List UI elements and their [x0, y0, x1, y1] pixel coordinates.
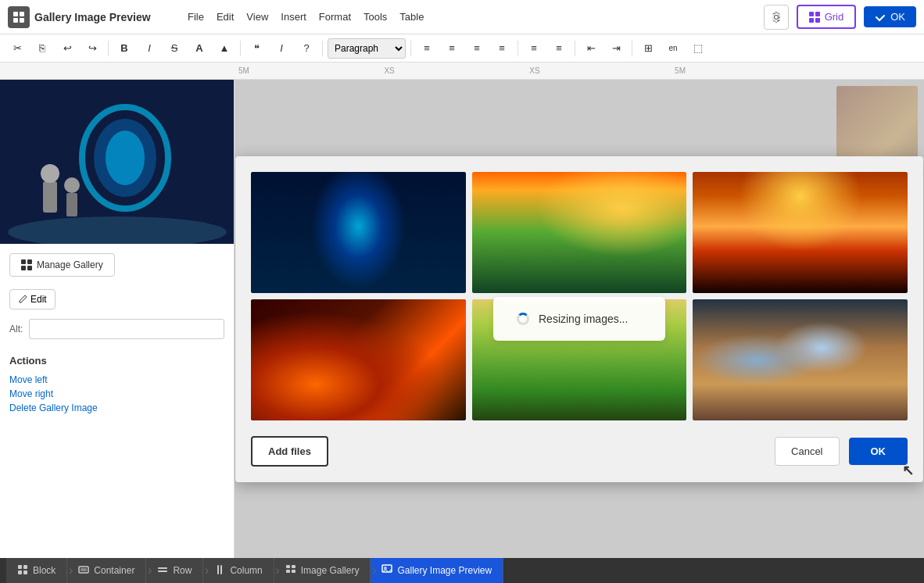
manage-gallery-button[interactable]: Manage Gallery — [9, 253, 115, 277]
align-left-button[interactable]: ≡ — [416, 38, 438, 59]
list-unordered-button[interactable]: ≡ — [523, 38, 545, 59]
breadcrumb-block[interactable]: Block — [6, 558, 67, 583]
menu-format[interactable]: Format — [319, 11, 351, 23]
svg-point-63 — [816, 346, 835, 365]
undo-button[interactable]: ↩ — [56, 38, 78, 59]
table-insert-button[interactable]: ⊞ — [637, 38, 659, 59]
font-color-button[interactable]: A — [188, 38, 210, 59]
menu-view[interactable]: View — [246, 11, 268, 23]
list-ordered-button[interactable]: ≡ — [548, 38, 570, 59]
svg-point-39 — [840, 211, 899, 234]
svg-point-16 — [64, 177, 80, 193]
indent-button[interactable]: ⇥ — [605, 38, 627, 59]
column-icon — [214, 564, 225, 578]
alt-label: Alt: — [9, 324, 23, 334]
ruler: 5M XS XS 5M — [0, 63, 924, 80]
ok-modal-button[interactable]: OK ↖ — [849, 438, 908, 465]
preview-inner — [0, 80, 234, 244]
breadcrumb-container[interactable]: Container — [67, 558, 146, 583]
svg-rect-78 — [292, 565, 295, 568]
svg-rect-80 — [292, 570, 295, 573]
gallery-image-4[interactable] — [251, 299, 466, 420]
align-justify-button[interactable]: ≡ — [491, 38, 513, 59]
svg-rect-41 — [693, 272, 908, 292]
top-bar: Gallery Image Preview File Edit View Ins… — [0, 0, 924, 34]
cut-button[interactable]: ✂ — [6, 38, 28, 59]
main-area: Manage Gallery Edit Alt: Actions Move le… — [0, 80, 924, 558]
svg-rect-3 — [20, 18, 24, 23]
breadcrumb-column[interactable]: Column — [203, 558, 274, 583]
divider-3 — [322, 41, 323, 56]
bold-button[interactable]: B — [113, 38, 135, 59]
breadcrumb-gallery-preview[interactable]: Gallery Image Preview — [371, 558, 503, 583]
divider-6 — [575, 41, 575, 56]
svg-rect-18 — [27, 259, 32, 264]
svg-point-31 — [602, 177, 648, 223]
svg-point-46 — [289, 388, 428, 419]
delete-gallery-image-action[interactable]: Delete Gallery Image — [9, 401, 224, 415]
divider-4 — [410, 41, 411, 56]
edit-btn-row: Edit — [0, 286, 234, 313]
settings-button[interactable] — [764, 5, 789, 30]
redo-button[interactable]: ↪ — [81, 38, 103, 59]
gallery-image-6[interactable] — [693, 299, 908, 420]
menu-edit[interactable]: Edit — [217, 11, 234, 23]
svg-rect-77 — [286, 565, 290, 568]
svg-rect-66 — [693, 399, 908, 419]
align-center-button[interactable]: ≡ — [441, 38, 463, 59]
modal-overlay: Resizing images... Add files Cancel OK ↖ — [235, 80, 924, 558]
cancel-button[interactable]: Cancel — [775, 437, 839, 466]
gallery-image-2[interactable] — [472, 172, 687, 293]
svg-rect-64 — [839, 373, 850, 399]
edit-button[interactable]: Edit — [9, 289, 56, 309]
copy-button[interactable]: ⎘ — [31, 38, 53, 59]
alt-input[interactable] — [29, 319, 224, 339]
processing-overlay: Resizing images... — [493, 297, 665, 341]
strikethrough-button[interactable]: S — [163, 38, 185, 59]
svg-rect-25 — [251, 269, 466, 292]
row-icon — [157, 564, 168, 578]
breadcrumb-bar: Block Container Row Column — [0, 558, 924, 583]
move-right-action[interactable]: Move right — [9, 387, 224, 401]
svg-rect-13 — [43, 181, 57, 213]
menu-insert[interactable]: Insert — [281, 11, 306, 23]
svg-rect-59 — [716, 331, 736, 392]
gallery-image-1[interactable] — [251, 172, 466, 293]
svg-rect-40 — [858, 223, 877, 265]
svg-rect-69 — [18, 570, 22, 574]
highlight-button[interactable]: ▲ — [213, 38, 235, 59]
svg-rect-75 — [217, 565, 219, 574]
move-left-action[interactable]: Move left — [9, 373, 224, 387]
svg-point-54 — [596, 376, 610, 390]
outdent-button[interactable]: ⇤ — [580, 38, 602, 59]
menu-table[interactable]: Table — [399, 11, 424, 23]
gallery-image-3[interactable] — [693, 172, 908, 293]
breadcrumb-row-label: Row — [173, 565, 192, 576]
breadcrumb-container-label: Container — [94, 565, 134, 576]
grid-button[interactable]: Grid — [797, 5, 857, 29]
svg-rect-0 — [13, 12, 18, 16]
paragraph-select[interactable]: Paragraph — [328, 38, 406, 59]
app-title: Gallery Image Preview — [34, 11, 151, 23]
breadcrumb-image-gallery[interactable]: Image Gallery — [274, 558, 371, 583]
logo-icon — [8, 6, 30, 28]
svg-point-43 — [797, 207, 804, 215]
italic-button[interactable]: I — [138, 38, 160, 59]
breadcrumb-row[interactable]: Row — [146, 558, 203, 583]
add-files-button[interactable]: Add files — [251, 436, 328, 467]
align-right-button[interactable]: ≡ — [466, 38, 488, 59]
svg-rect-34 — [693, 173, 908, 292]
special-button[interactable]: ⬚ — [687, 38, 709, 59]
svg-rect-73 — [158, 567, 167, 569]
svg-point-32 — [503, 231, 564, 253]
svg-rect-68 — [23, 565, 27, 569]
lang-button[interactable]: en — [662, 38, 684, 59]
code-button[interactable]: I — [270, 38, 292, 59]
breadcrumb-column-label: Column — [230, 565, 262, 576]
svg-rect-74 — [158, 570, 167, 572]
help-button[interactable]: ? — [295, 38, 317, 59]
ok-top-button[interactable]: OK — [864, 6, 916, 27]
menu-file[interactable]: File — [188, 11, 204, 23]
menu-tools[interactable]: Tools — [364, 11, 387, 23]
quote-button[interactable]: ❝ — [245, 38, 267, 59]
